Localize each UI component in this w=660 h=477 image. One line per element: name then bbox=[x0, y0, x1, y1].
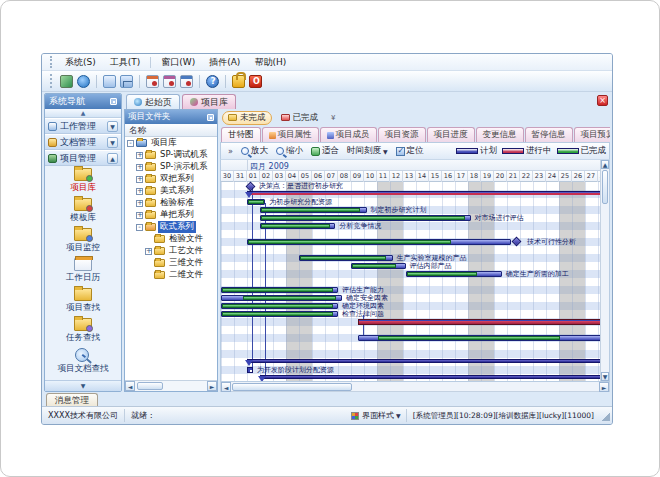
gantt-tab-3[interactable]: 项目资源 bbox=[378, 127, 426, 142]
sidebar-section-2[interactable]: 项目管理▲ bbox=[45, 150, 121, 166]
tree-node-1[interactable]: +SP-调试机系 bbox=[125, 149, 217, 161]
chevron-up-icon[interactable]: ▲ bbox=[107, 153, 118, 164]
overflow-chevron-icon[interactable]: » bbox=[228, 147, 233, 156]
workspace-icon[interactable] bbox=[60, 75, 73, 88]
scroll-thumb[interactable] bbox=[232, 383, 352, 391]
task-bar[interactable] bbox=[221, 287, 338, 293]
scroll-left-icon[interactable]: ◄ bbox=[125, 381, 135, 391]
timescale-dropdown[interactable]: 时间刻度 ▼ bbox=[343, 144, 392, 158]
task-bar[interactable] bbox=[260, 223, 335, 229]
calendar-clock-icon[interactable] bbox=[180, 75, 193, 88]
folder-open-icon[interactable] bbox=[103, 75, 116, 88]
sidebar-item-1[interactable]: 模板库 bbox=[45, 196, 121, 226]
in-progress-bar[interactable] bbox=[358, 319, 601, 325]
task-bar[interactable] bbox=[260, 207, 367, 213]
summary-bar[interactable] bbox=[247, 191, 600, 195]
scroll-thumb[interactable] bbox=[137, 382, 163, 390]
scroll-left-icon[interactable]: ◄ bbox=[221, 382, 231, 392]
summary-bar[interactable] bbox=[247, 359, 600, 363]
tree-node-0[interactable]: -项目库 bbox=[125, 137, 217, 149]
task-bar[interactable] bbox=[247, 199, 265, 205]
task-bar[interactable] bbox=[358, 335, 601, 341]
gantt-tab-4[interactable]: 项目进度 bbox=[427, 127, 475, 142]
tree-node-8[interactable]: 检验文件 bbox=[125, 233, 217, 245]
gantt-tab-0[interactable]: 甘特图 bbox=[221, 127, 261, 142]
task-bar[interactable] bbox=[260, 215, 471, 221]
locate-button[interactable]: 定位 bbox=[392, 144, 428, 158]
tree-column-header[interactable]: 名称 bbox=[125, 124, 217, 137]
doc-tab-1[interactable]: 项目库 bbox=[182, 94, 236, 109]
chevron-down-icon[interactable]: ▼ bbox=[107, 121, 118, 132]
chevron-down-icon[interactable]: ▼ bbox=[107, 137, 118, 148]
sidebar-item-2[interactable]: 项目监控 bbox=[45, 226, 121, 256]
expand-icon[interactable]: + bbox=[136, 212, 143, 219]
task-bar[interactable] bbox=[406, 271, 502, 277]
resize-grip[interactable] bbox=[600, 409, 612, 423]
task-bar[interactable] bbox=[299, 255, 393, 261]
expand-icon[interactable]: + bbox=[136, 188, 143, 195]
tree-node-4[interactable]: +美式系列 bbox=[125, 185, 217, 197]
tree-node-3[interactable]: +双把系列 bbox=[125, 173, 217, 185]
tree-node-5[interactable]: +检验标准 bbox=[125, 197, 217, 209]
task-bar[interactable] bbox=[351, 263, 406, 269]
globe-icon[interactable] bbox=[77, 75, 90, 88]
sidebar-item-0[interactable]: 项目库 bbox=[45, 166, 121, 196]
menu-item-3[interactable]: 插件(A) bbox=[202, 55, 247, 70]
doc-tab-0[interactable]: 起始页 bbox=[126, 94, 180, 109]
gantt-tab-7[interactable]: 项目预算 bbox=[574, 127, 611, 142]
task-bar[interactable] bbox=[221, 295, 342, 301]
gantt-tab-6[interactable]: 暂停信息 bbox=[525, 127, 573, 142]
task-bar[interactable] bbox=[247, 239, 511, 245]
sidebar-item-6[interactable]: 项目文档查找 bbox=[45, 346, 121, 376]
calendar-user-icon[interactable] bbox=[163, 75, 176, 88]
sidebar-item-5[interactable]: 任务查找 bbox=[45, 316, 121, 346]
task-bar[interactable] bbox=[221, 303, 338, 309]
expand-icon[interactable]: + bbox=[136, 164, 143, 171]
sidebar-item-3[interactable]: 工作日历 bbox=[45, 256, 121, 286]
filter-more-button[interactable]: ¥ bbox=[331, 114, 335, 122]
pin-icon[interactable] bbox=[207, 114, 214, 121]
menubar-grip[interactable] bbox=[50, 56, 53, 67]
menu-item-4[interactable]: 帮助(H) bbox=[247, 55, 293, 70]
expand-icon[interactable]: + bbox=[136, 176, 143, 183]
collapse-icon[interactable]: - bbox=[136, 224, 143, 231]
close-icon[interactable]: × bbox=[597, 95, 608, 106]
menu-item-0[interactable]: 系统(S) bbox=[58, 55, 103, 70]
scroll-right-icon[interactable]: ► bbox=[599, 382, 609, 392]
exit-icon[interactable] bbox=[249, 75, 262, 88]
tree-node-10[interactable]: 三维文件 bbox=[125, 257, 217, 269]
tree-hscrollbar[interactable]: ◄ ► bbox=[125, 380, 217, 391]
scroll-thumb[interactable] bbox=[602, 170, 608, 204]
gantt-tab-5[interactable]: 变更信息 bbox=[476, 127, 524, 142]
fit-button[interactable]: 适合 bbox=[307, 144, 343, 158]
sidebar-more-button[interactable]: ▼ bbox=[45, 380, 121, 391]
menu-item-2[interactable]: 窗口(W) bbox=[154, 55, 202, 70]
filter-complete-button[interactable]: 已完成 bbox=[275, 111, 325, 125]
scroll-right-icon[interactable]: ► bbox=[207, 381, 217, 391]
tree-node-6[interactable]: +单把系列 bbox=[125, 209, 217, 221]
zoom-out-button[interactable]: 缩小 bbox=[272, 144, 307, 158]
folder-grid-icon[interactable] bbox=[120, 75, 133, 88]
tree-node-7[interactable]: -欧式系列 bbox=[125, 221, 217, 233]
message-manager-tab[interactable]: 消息管理 bbox=[46, 393, 98, 406]
calendar-add-icon[interactable] bbox=[146, 75, 159, 88]
scroll-up-icon[interactable]: ▲ bbox=[601, 160, 609, 169]
filter-incomplete-button[interactable]: 未完成 bbox=[222, 111, 272, 125]
scroll-down-icon[interactable]: ▼ bbox=[601, 372, 609, 381]
pin-icon[interactable] bbox=[110, 98, 117, 105]
expand-icon[interactable]: + bbox=[136, 152, 143, 159]
sidebar-item-4[interactable]: 项目查找 bbox=[45, 286, 121, 316]
toolbar-grip[interactable] bbox=[50, 74, 53, 88]
ui-style-button[interactable]: 界面样式 ▼ bbox=[346, 409, 406, 422]
milestone-square-marker[interactable] bbox=[247, 367, 253, 373]
sidebar-collapse-button[interactable]: ▲ bbox=[45, 109, 121, 118]
sidebar-section-0[interactable]: 工作管理▼ bbox=[45, 118, 121, 134]
expand-icon[interactable]: + bbox=[136, 200, 143, 207]
sidebar-section-1[interactable]: 文档管理▼ bbox=[45, 134, 121, 150]
lock-icon[interactable] bbox=[232, 75, 245, 88]
help-icon[interactable] bbox=[206, 75, 219, 88]
tree-node-2[interactable]: +SP-演示机系 bbox=[125, 161, 217, 173]
menu-item-1[interactable]: 工具(T) bbox=[103, 55, 148, 70]
gantt-tab-1[interactable]: 项目属性 bbox=[262, 127, 319, 142]
expand-icon[interactable]: + bbox=[145, 248, 152, 255]
